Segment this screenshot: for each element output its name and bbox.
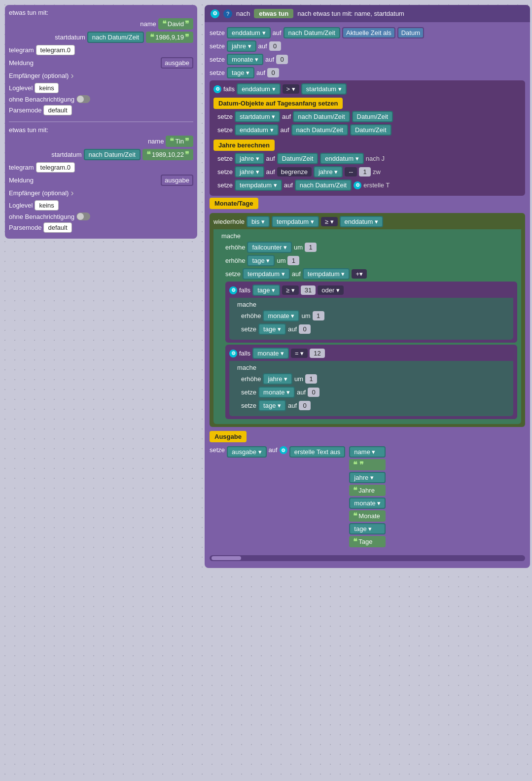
datum-zeit-var[interactable]: Datum/Zeit: [277, 153, 319, 164]
falls2-badge[interactable]: ⚙: [229, 286, 237, 294]
tage-c[interactable]: tage ▾: [252, 284, 280, 296]
fc-val[interactable]: 1: [305, 243, 317, 252]
monate-text-out[interactable]: ❝ Monate: [349, 510, 386, 522]
bis-btn[interactable]: bis ▾: [247, 216, 270, 227]
settings-badge[interactable]: ⚙: [211, 9, 219, 18]
nach-dt1[interactable]: nach Datum/Zeit: [293, 111, 350, 122]
gt-op[interactable]: > ▾: [283, 84, 299, 94]
failcounter-var[interactable]: failcounter ▾: [247, 242, 292, 253]
jahre-val[interactable]: 0: [269, 41, 281, 51]
block1-name-value[interactable]: ❝ David ❞: [158, 18, 193, 30]
block1-empfaenger-arrow: ›: [71, 71, 73, 81]
val12[interactable]: 12: [310, 349, 324, 358]
enddatum-var[interactable]: enddatum ▾: [227, 27, 270, 38]
setze-startdatum-row: setze startdatum ▾ auf nach Datum/Zeit D…: [217, 111, 521, 122]
quote1-out[interactable]: ❝ ❞: [349, 459, 386, 470]
startdatum-var2[interactable]: startdatum ▾: [235, 111, 280, 122]
block1-loglevel-value[interactable]: keins: [35, 83, 58, 93]
scrollbar-thumb[interactable]: [212, 556, 241, 560]
startdatum-cond[interactable]: startdatum ▾: [301, 83, 347, 95]
monate-var2[interactable]: monate ▾: [263, 310, 299, 321]
datum-zeit2[interactable]: Datum/Zeit: [350, 124, 391, 136]
tempdatum-w[interactable]: tempdatum ▾: [272, 216, 319, 227]
monate-c[interactable]: monate ▾: [252, 348, 289, 359]
monate-var3[interactable]: monate ▾: [258, 387, 295, 398]
falls3-badge[interactable]: ⚙: [229, 350, 237, 357]
nach-datetime-btn[interactable]: nach Datum/Zeit: [284, 27, 340, 38]
block1-loglevel-label: Loglevel: [9, 84, 33, 92]
j-val[interactable]: 1: [305, 374, 317, 384]
begrenze-btn[interactable]: begrenze: [277, 167, 312, 177]
block2-telegram-value[interactable]: telegram.0: [36, 162, 75, 173]
monate-out[interactable]: monate ▾: [349, 497, 386, 509]
tempdatum-v[interactable]: tempdatum ▾: [303, 268, 350, 280]
scrollbar[interactable]: [210, 555, 525, 561]
tage-var2[interactable]: tage ▾: [247, 255, 275, 266]
oder-op[interactable]: oder ▾: [318, 285, 344, 295]
block2-ohne-toggle[interactable]: [76, 213, 90, 220]
tage-out[interactable]: tage ▾: [349, 523, 386, 534]
jahre-out[interactable]: jahre ▾: [349, 472, 386, 483]
block2-datetime-btn[interactable]: nach Datum/Zeit: [84, 149, 141, 160]
monate-var[interactable]: monate ▾: [227, 54, 263, 65]
tage-var3[interactable]: tage ▾: [258, 323, 286, 335]
info-badge[interactable]: ?: [223, 9, 232, 18]
aktuelle-zeit-btn[interactable]: Aktuelle Zeit als: [342, 27, 395, 38]
ausgabe-var[interactable]: ausgabe ▾: [227, 446, 267, 458]
block2-loglevel-value[interactable]: keins: [35, 200, 58, 211]
tempdatum-var2[interactable]: tempdatum ▾: [243, 268, 290, 280]
tage-val2[interactable]: 1: [287, 256, 299, 265]
m-val[interactable]: 1: [313, 311, 324, 320]
block2-name-value[interactable]: ❝ Tin ❞: [166, 136, 193, 147]
minus-op[interactable]: --: [345, 167, 357, 177]
etwas-tun-btn[interactable]: etwas tun: [254, 9, 293, 18]
block2-ausgabe-value[interactable]: ausgabe: [161, 175, 193, 186]
datum-btn[interactable]: Datum: [397, 27, 424, 38]
falls-badge[interactable]: ⚙: [213, 85, 221, 93]
enddatum-w[interactable]: enddatum ▾: [340, 216, 383, 227]
jahre-b[interactable]: jahre ▾: [314, 166, 343, 178]
t-val2[interactable]: 0: [299, 401, 311, 410]
block1-datetime-btn[interactable]: nach Datum/Zeit: [87, 32, 144, 43]
block2-parsemode-value[interactable]: default: [43, 222, 71, 233]
name-out[interactable]: name ▾: [349, 446, 386, 458]
jahre-var4[interactable]: jahre ▾: [263, 373, 292, 385]
setze-monate2-row: setze monate ▾ auf 0: [241, 387, 509, 398]
block1-ausgabe-value[interactable]: ausgabe: [161, 57, 193, 69]
datum-objekte-label: Datum-Objekte auf Tagesanfang setzen: [213, 98, 343, 109]
gte2-op[interactable]: ≥ ▾: [282, 285, 299, 295]
val31[interactable]: 31: [301, 285, 316, 295]
t-val[interactable]: 0: [299, 324, 311, 334]
jahre-var[interactable]: jahre ▾: [227, 40, 256, 52]
tage-var[interactable]: tage ▾: [227, 67, 254, 78]
erstelle-text-btn[interactable]: erstelle Text aus: [289, 446, 346, 458]
jahre-var2[interactable]: jahre ▾: [235, 153, 264, 164]
block1-date-value[interactable]: ❝ 1986,9,19 ❞: [146, 32, 193, 43]
block1-parsemode-value[interactable]: default: [43, 105, 71, 115]
tage-var4[interactable]: tage ▾: [258, 400, 286, 411]
one-val[interactable]: 1: [359, 167, 371, 177]
nach-dt2[interactable]: nach Datum/Zeit: [291, 124, 348, 136]
nach-dt3[interactable]: nach Datum/Zeit: [295, 179, 352, 191]
erstelle-badge2[interactable]: ⚙: [280, 446, 287, 454]
block1-parsemode-row: Parsemode default: [9, 105, 193, 115]
block2-date-value[interactable]: ❝ 1989,10,22 ❞: [142, 149, 193, 160]
tempdatum-var[interactable]: tempdatum ▾: [235, 179, 282, 191]
monate-val[interactable]: 0: [276, 55, 288, 64]
tage-text-out[interactable]: ❝ Tage: [349, 536, 386, 547]
gte-op[interactable]: ≥ ▾: [321, 217, 338, 226]
enddatum-cond[interactable]: enddatum ▾: [237, 83, 280, 95]
jahre-var3[interactable]: jahre ▾: [235, 166, 264, 178]
datum-zeit1[interactable]: Datum/Zeit: [352, 111, 393, 122]
block1-ohne-toggle[interactable]: [76, 95, 90, 103]
tage-val[interactable]: 0: [267, 68, 279, 77]
eq-op[interactable]: = ▾: [291, 349, 308, 358]
enddatum-j[interactable]: enddatum ▾: [320, 153, 363, 164]
plus-op[interactable]: +▾: [352, 269, 367, 279]
jahre-text-out[interactable]: ❝ Jahre: [349, 485, 386, 496]
erstelle-badge[interactable]: ⚙: [354, 181, 361, 189]
enddatum-var2[interactable]: enddatum ▾: [235, 124, 278, 136]
m-val2[interactable]: 0: [308, 388, 319, 397]
block1-telegram-value[interactable]: telegram.0: [36, 45, 75, 55]
etwas-tun-label-2: etwas tun mit:: [9, 126, 48, 134]
